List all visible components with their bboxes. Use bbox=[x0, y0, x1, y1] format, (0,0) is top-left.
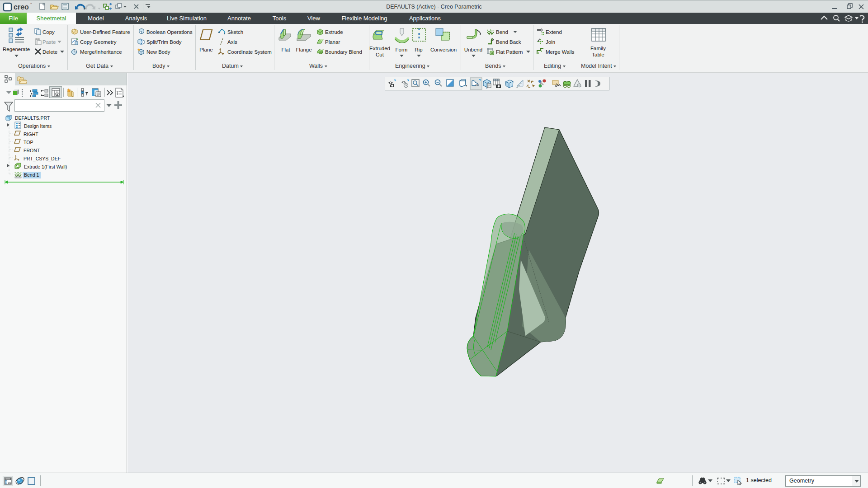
svg-text:creo: creo bbox=[14, 3, 29, 11]
svg-text:°: ° bbox=[30, 2, 32, 7]
